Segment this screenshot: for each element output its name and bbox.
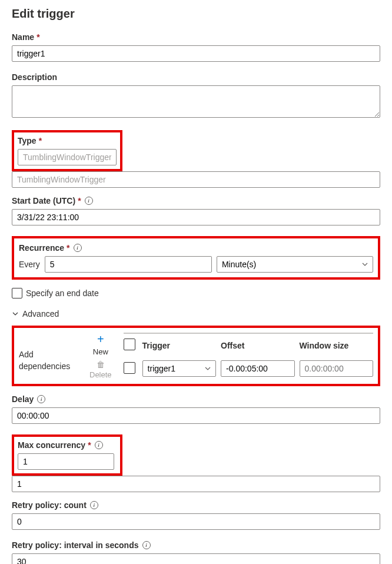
- specify-end-label: Specify an end date: [26, 288, 99, 298]
- type-input-full: [12, 171, 380, 188]
- type-input: [18, 149, 117, 165]
- trash-icon: 🗑: [97, 360, 105, 369]
- column-offset: Offset: [221, 341, 294, 350]
- column-trigger: Trigger: [142, 341, 216, 350]
- recurrence-label: Recurrence * i: [19, 243, 373, 253]
- select-all-checkbox[interactable]: [124, 339, 135, 350]
- retry-interval-label-text: Retry policy: interval in seconds: [12, 540, 139, 550]
- page-title: Edit trigger: [12, 7, 380, 21]
- required-asterisk: *: [39, 136, 42, 145]
- advanced-toggle[interactable]: Advanced: [12, 309, 380, 319]
- retry-count-label: Retry policy: count i: [12, 500, 380, 510]
- type-label-text: Type: [18, 136, 36, 145]
- retry-interval-label: Retry policy: interval in seconds i: [12, 540, 380, 550]
- max-concurrency-input[interactable]: [12, 476, 380, 492]
- max-concurrency-label: Max concurrency * i: [18, 440, 117, 450]
- offset-input[interactable]: [221, 360, 294, 377]
- required-asterisk: *: [78, 196, 81, 205]
- every-label: Every: [19, 260, 40, 269]
- recurrence-label-text: Recurrence: [19, 243, 64, 253]
- delete-button: Delete: [89, 370, 112, 379]
- column-window: Window size: [300, 341, 373, 350]
- info-icon[interactable]: i: [85, 197, 93, 205]
- recurrence-unit-select[interactable]: [217, 256, 373, 273]
- type-label: Type *: [18, 136, 117, 145]
- info-icon[interactable]: i: [37, 395, 45, 403]
- add-dependencies-label: Adddependencies: [19, 333, 78, 372]
- start-date-label: Start Date (UTC) * i: [12, 196, 380, 205]
- description-textarea[interactable]: [12, 85, 380, 118]
- name-label: Name *: [12, 32, 380, 42]
- info-icon[interactable]: i: [90, 501, 98, 509]
- required-asterisk: *: [67, 243, 69, 253]
- new-button[interactable]: New: [93, 347, 108, 356]
- table-row: [124, 360, 373, 377]
- info-icon[interactable]: i: [95, 441, 103, 449]
- retry-count-input[interactable]: [12, 513, 380, 530]
- retry-count-label-text: Retry policy: count: [12, 500, 87, 510]
- specify-end-checkbox[interactable]: [12, 288, 22, 298]
- start-date-label-text: Start Date (UTC): [12, 196, 75, 205]
- start-date-input[interactable]: [12, 209, 380, 225]
- trigger-select[interactable]: [142, 360, 216, 377]
- row-checkbox[interactable]: [124, 362, 135, 374]
- delay-label: Delay i: [12, 394, 380, 404]
- info-icon[interactable]: i: [74, 244, 82, 252]
- retry-interval-input[interactable]: [12, 553, 380, 564]
- advanced-label: Advanced: [22, 309, 59, 319]
- chevron-down-icon: [12, 310, 19, 317]
- required-asterisk: *: [36, 32, 39, 42]
- delay-label-text: Delay: [12, 394, 34, 404]
- plus-icon[interactable]: +: [97, 333, 104, 346]
- name-input[interactable]: [12, 45, 380, 62]
- max-concurrency-label-text: Max concurrency: [18, 440, 85, 450]
- info-icon[interactable]: i: [142, 541, 151, 549]
- name-label-text: Name: [12, 32, 34, 42]
- recurrence-value-input[interactable]: [45, 256, 212, 273]
- max-concurrency-input-inner[interactable]: [18, 453, 114, 470]
- description-label: Description: [12, 72, 380, 82]
- delay-input[interactable]: [12, 407, 380, 424]
- description-label-text: Description: [12, 72, 57, 82]
- required-asterisk: *: [88, 440, 91, 450]
- window-size-input[interactable]: [300, 360, 373, 377]
